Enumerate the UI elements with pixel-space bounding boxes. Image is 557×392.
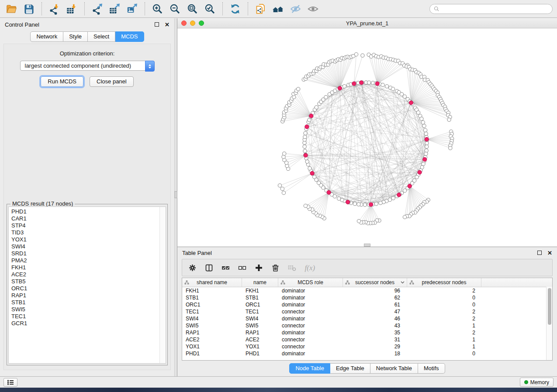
cell-mcds-role[interactable]: dominator: [278, 288, 343, 294]
cell-shared-name[interactable]: YOX1: [182, 344, 242, 350]
tab-network-table[interactable]: Network Table: [370, 363, 418, 374]
table-row[interactable]: ACE2ACE2connector311: [182, 336, 552, 343]
result-list-scrollbar[interactable]: [159, 207, 166, 363]
duplicate-network-button[interactable]: [253, 2, 268, 16]
cell-successor-nodes[interactable]: 31: [343, 337, 407, 343]
task-history-button[interactable]: [3, 378, 17, 387]
mcds-result-item[interactable]: YOX1: [11, 236, 166, 243]
table-row[interactable]: FKH1FKH1dominator962: [182, 287, 552, 294]
cell-successor-nodes[interactable]: 62: [343, 295, 407, 301]
horizontal-splitter-grip[interactable]: [364, 244, 370, 247]
table-scrollbar[interactable]: [546, 287, 552, 360]
mcds-result-item[interactable]: SRD1: [11, 250, 166, 257]
cell-mcds-role[interactable]: connector: [278, 344, 343, 350]
network-canvas[interactable]: [177, 28, 557, 247]
cell-predecessor-nodes[interactable]: 1: [407, 337, 481, 343]
tab-mcds[interactable]: MCDS: [115, 31, 144, 42]
column-header-mcds-role[interactable]: MCDS role: [278, 278, 343, 287]
mcds-result-item[interactable]: STP4: [11, 222, 166, 229]
column-settings-button[interactable]: [188, 263, 197, 272]
split-panel-button[interactable]: [204, 263, 214, 272]
cell-name[interactable]: SWI5: [242, 323, 278, 329]
cell-shared-name[interactable]: SWI4: [182, 316, 242, 322]
cell-name[interactable]: STB1: [242, 295, 278, 301]
cell-successor-nodes[interactable]: 43: [343, 323, 407, 329]
cell-shared-name[interactable]: TEC1: [182, 309, 242, 315]
cell-name[interactable]: ORC1: [242, 302, 278, 308]
save-button[interactable]: [22, 2, 36, 16]
table-scrollbar-thumb[interactable]: [548, 288, 551, 325]
table-row[interactable]: PHD1PHD1dominator180: [182, 350, 552, 357]
cell-mcds-role[interactable]: dominator: [278, 316, 343, 322]
float-panel-icon[interactable]: [155, 22, 159, 27]
cell-name[interactable]: RAP1: [242, 330, 278, 336]
select-all-button[interactable]: [221, 263, 230, 272]
cell-name[interactable]: YOX1: [242, 344, 278, 350]
mcds-result-item[interactable]: PHD1: [11, 208, 166, 215]
cell-shared-name[interactable]: STB1: [182, 295, 242, 301]
table-row[interactable]: YOX1YOX1connector291: [182, 343, 552, 350]
cell-mcds-role[interactable]: connector: [278, 323, 343, 329]
minimize-window-icon[interactable]: [190, 21, 195, 26]
cell-predecessor-nodes[interactable]: 2: [407, 330, 481, 336]
tab-motifs[interactable]: Motifs: [418, 363, 445, 374]
cell-predecessor-nodes[interactable]: 1: [407, 344, 481, 350]
refresh-button[interactable]: [228, 2, 242, 16]
mcds-result-item[interactable]: TID3: [11, 229, 166, 236]
export-table-button[interactable]: [107, 2, 122, 16]
column-header-predecessor-nodes[interactable]: predecessor nodes: [407, 278, 481, 287]
cell-name[interactable]: SWI4: [242, 316, 278, 322]
tab-edge-table[interactable]: Edge Table: [330, 363, 370, 374]
add-row-button[interactable]: [254, 263, 263, 272]
cell-successor-nodes[interactable]: 61: [343, 302, 407, 308]
cell-predecessor-nodes[interactable]: 0: [407, 351, 481, 357]
close-panel-button[interactable]: Close panel: [90, 76, 134, 87]
cell-successor-nodes[interactable]: 46: [343, 316, 407, 322]
cell-shared-name[interactable]: ACE2: [182, 337, 242, 343]
mcds-result-item[interactable]: RAP1: [11, 292, 166, 299]
tab-network[interactable]: Network: [30, 31, 63, 42]
import-network-button[interactable]: [47, 2, 62, 16]
table-row[interactable]: SWI5SWI5connector431: [182, 322, 552, 329]
mcds-result-item[interactable]: PMA2: [11, 257, 166, 264]
column-header-name[interactable]: name: [242, 278, 278, 287]
close-window-icon[interactable]: [181, 21, 187, 26]
table-row[interactable]: RAP1RAP1dominator352: [182, 329, 552, 336]
zoom-selected-button[interactable]: [203, 2, 217, 16]
cell-name[interactable]: PHD1: [242, 351, 278, 357]
cell-successor-nodes[interactable]: 35: [343, 330, 407, 336]
cell-shared-name[interactable]: SWI5: [182, 323, 242, 329]
mcds-result-item[interactable]: TEC1: [11, 313, 166, 320]
cell-predecessor-nodes[interactable]: 1: [407, 323, 481, 329]
first-neighbors-button[interactable]: [271, 2, 285, 16]
zoom-window-icon[interactable]: [199, 21, 204, 26]
delete-row-button[interactable]: [271, 263, 280, 272]
mcds-result-item[interactable]: STB5: [11, 278, 166, 285]
cell-mcds-role[interactable]: dominator: [278, 351, 343, 357]
open-file-button[interactable]: [4, 2, 19, 16]
zoom-in-button[interactable]: [150, 2, 165, 16]
table-row[interactable]: SWI4SWI4dominator462: [182, 315, 552, 322]
cell-successor-nodes[interactable]: 18: [343, 351, 407, 357]
criterion-select[interactable]: largest connected component (undirected): [20, 61, 155, 71]
cell-mcds-role[interactable]: dominator: [278, 295, 343, 301]
cell-name[interactable]: TEC1: [242, 309, 278, 315]
splitter-grip[interactable]: [174, 191, 177, 198]
mcds-result-item[interactable]: CAR1: [11, 215, 166, 222]
cell-mcds-role[interactable]: connector: [278, 309, 343, 315]
deselect-all-button[interactable]: [238, 263, 247, 272]
zoom-fit-button[interactable]: [185, 2, 200, 16]
mcds-result-item[interactable]: ACE2: [11, 271, 166, 278]
cell-predecessor-nodes[interactable]: 0: [407, 295, 481, 301]
run-mcds-button[interactable]: Run MCDS: [41, 76, 83, 87]
mcds-result-item[interactable]: STB1: [11, 299, 166, 306]
cell-shared-name[interactable]: PHD1: [182, 351, 242, 357]
table-row[interactable]: ORC1ORC1dominator610: [182, 301, 552, 308]
tab-node-table[interactable]: Node Table: [289, 363, 330, 374]
cell-successor-nodes[interactable]: 96: [343, 288, 407, 294]
memory-button[interactable]: Memory: [520, 378, 554, 387]
cell-successor-nodes[interactable]: 47: [343, 309, 407, 315]
search-input[interactable]: [442, 5, 549, 12]
cell-predecessor-nodes[interactable]: 0: [407, 302, 481, 308]
cell-shared-name[interactable]: RAP1: [182, 330, 242, 336]
